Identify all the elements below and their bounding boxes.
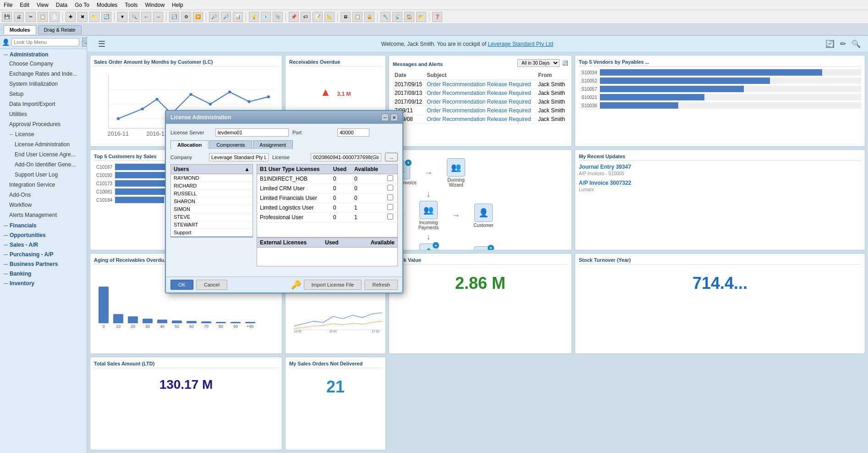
menu-tools[interactable]: Tools bbox=[125, 2, 137, 8]
toolbar-btn-31[interactable]: 🏠 bbox=[404, 12, 414, 22]
toolbar-btn-9[interactable]: 🔄 bbox=[101, 12, 111, 22]
modal-users-scroll-icon[interactable]: ▲ bbox=[244, 166, 250, 172]
lic-type-check[interactable] bbox=[385, 213, 397, 222]
search-button[interactable]: 🔍 bbox=[82, 38, 87, 47]
toolbar-btn-18[interactable]: 📊 bbox=[233, 12, 243, 22]
toolbar-btn-12[interactable]: ← bbox=[141, 12, 151, 22]
toolbar-btn-5[interactable]: 📄 bbox=[49, 12, 60, 22]
sidebar-item-data-import[interactable]: Data Import/Export bbox=[0, 99, 87, 109]
msg-subject[interactable]: Order Recommendation Release Required bbox=[425, 89, 536, 98]
modal-tab-components[interactable]: Components bbox=[209, 140, 252, 149]
sidebar-section-administration[interactable]: — Administration bbox=[0, 49, 87, 59]
sidebar-section-sales[interactable]: — Sales - A/R bbox=[0, 239, 87, 249]
toolbar-btn-26[interactable]: 🖥 bbox=[341, 12, 351, 22]
modal-license-input[interactable] bbox=[311, 153, 381, 161]
menu-view[interactable]: View bbox=[37, 2, 49, 8]
wf-incoming-payments[interactable]: 👥 Incoming Payments bbox=[412, 201, 445, 230]
sidebar-section-opportunities[interactable]: — Opportunities bbox=[0, 230, 87, 239]
toolbar-btn-2[interactable]: 🖨 bbox=[14, 12, 24, 22]
sidebar-section-banking[interactable]: — Banking bbox=[0, 268, 87, 278]
search-header-icon[interactable]: 🔍 bbox=[852, 39, 861, 48]
tab-drag-relate[interactable]: Drag & Relate bbox=[38, 25, 82, 34]
sidebar-section-purchasing[interactable]: — Purchasing - A/P bbox=[0, 249, 87, 259]
menu-help[interactable]: Help bbox=[172, 2, 183, 8]
tab-modules[interactable]: Modules bbox=[4, 25, 36, 34]
users-list-item[interactable]: Support bbox=[171, 229, 253, 237]
wf-customer[interactable]: 👤 Customer bbox=[467, 204, 500, 228]
users-list-item[interactable]: STEWART bbox=[171, 221, 253, 229]
toolbar-btn-17[interactable]: 🔎 bbox=[221, 12, 231, 22]
sidebar-item-setup[interactable]: Setup bbox=[0, 89, 87, 99]
toolbar-btn-20[interactable]: 📧 bbox=[261, 12, 271, 22]
sidebar-item-system-init[interactable]: System Initialization bbox=[0, 79, 87, 89]
modal-cancel-button[interactable]: Cancel bbox=[196, 280, 227, 290]
recent-ap-invoice[interactable]: A/P Invoice 3007322 bbox=[579, 180, 861, 186]
toolbar-btn-13[interactable]: → bbox=[153, 12, 163, 22]
sidebar-item-integration[interactable]: Integration Service bbox=[0, 180, 87, 190]
toolbar-btn-19[interactable]: 💡 bbox=[249, 12, 259, 22]
messages-refresh-icon[interactable]: 🔄 bbox=[562, 61, 568, 66]
toolbar-btn-6[interactable]: ✚ bbox=[66, 12, 76, 22]
users-list-item[interactable]: RAYMOND bbox=[171, 174, 253, 182]
sidebar-item-choose-company[interactable]: Choose Company bbox=[0, 59, 87, 69]
sidebar-item-utilities[interactable]: Utilities bbox=[0, 109, 87, 119]
toolbar-btn-32[interactable]: 📂 bbox=[416, 12, 426, 22]
sidebar-section-financials[interactable]: — Financials bbox=[0, 220, 87, 230]
sidebar-item-license[interactable]: — License bbox=[0, 129, 87, 139]
edit-icon[interactable]: ✏ bbox=[840, 39, 846, 48]
wf-sales-reports[interactable]: 👤 ● Sales Reports bbox=[467, 246, 500, 251]
modal-tab-assignment[interactable]: Assignment bbox=[253, 140, 293, 149]
sidebar-item-addons[interactable]: Add-Ons bbox=[0, 190, 87, 200]
menu-goto[interactable]: Go To bbox=[75, 2, 89, 8]
users-list-item[interactable]: TRENT bbox=[171, 237, 253, 238]
users-list-item[interactable]: SHARON bbox=[171, 198, 253, 205]
modal-close-button[interactable]: ✕ bbox=[390, 114, 398, 121]
toolbar-btn-8[interactable]: 📁 bbox=[89, 12, 99, 22]
modal-company-input[interactable] bbox=[209, 153, 269, 161]
messages-filter-select[interactable]: All in 30 Days bbox=[517, 59, 560, 67]
toolbar-btn-4[interactable]: 📋 bbox=[38, 12, 48, 22]
sidebar-item-exchange-rates[interactable]: Exchange Rates and Inde... bbox=[0, 69, 87, 79]
sidebar-item-alerts[interactable]: Alerts Management bbox=[0, 210, 87, 220]
users-list-item[interactable]: SIMON bbox=[171, 205, 253, 213]
toolbar-btn-1[interactable]: 💾 bbox=[2, 12, 12, 22]
toolbar-btn-22[interactable]: 📌 bbox=[289, 12, 299, 22]
msg-subject[interactable]: Order Recommendation Release Required bbox=[425, 98, 536, 106]
toolbar-btn-23[interactable]: 🏷 bbox=[301, 12, 311, 22]
sidebar-section-business-partners[interactable]: — Business Partners bbox=[0, 259, 87, 268]
wf-dunning-wizard[interactable]: 👥 Dunning Wizard bbox=[440, 158, 472, 188]
refresh-icon[interactable]: 🔄 bbox=[825, 39, 835, 48]
sidebar-item-workflow[interactable]: Workflow bbox=[0, 200, 87, 210]
toolbar-btn-15[interactable]: ⚙ bbox=[181, 12, 191, 22]
toolbar-btn-10[interactable]: ▼ bbox=[117, 12, 127, 22]
toolbar-btn-3[interactable]: ✂ bbox=[26, 12, 36, 22]
wf-ar-credit-memo[interactable]: 💲 ● A/R Credit Memo bbox=[412, 243, 445, 250]
menu-data[interactable]: Data bbox=[56, 2, 67, 8]
toolbar-btn-14[interactable]: 🔃 bbox=[169, 12, 179, 22]
menu-window[interactable]: Window bbox=[145, 2, 165, 8]
msg-subject[interactable]: Order Recommendation Release Required bbox=[425, 115, 536, 124]
lic-type-check[interactable] bbox=[385, 193, 397, 203]
toolbar-btn-21[interactable]: 📎 bbox=[273, 12, 283, 22]
menu-modules[interactable]: Modules bbox=[97, 2, 117, 8]
modal-license-btn[interactable]: ... bbox=[385, 153, 398, 161]
toolbar-btn-27[interactable]: 📋 bbox=[352, 12, 363, 22]
users-list-item[interactable]: RUSSELL bbox=[171, 190, 253, 198]
sidebar-item-addon-identifier[interactable]: Add-On Identifier Gene... bbox=[0, 160, 87, 170]
modal-ok-button[interactable]: OK bbox=[170, 280, 193, 290]
modal-server-input[interactable] bbox=[215, 128, 289, 137]
toolbar-btn-16[interactable]: 🔎 bbox=[209, 12, 219, 22]
toolbar-btn-filter[interactable]: 🔽 bbox=[193, 12, 203, 22]
sidebar-section-inventory[interactable]: — Inventory bbox=[0, 278, 87, 287]
lic-type-check[interactable] bbox=[385, 174, 397, 184]
toolbar-btn-29[interactable]: 🔧 bbox=[380, 12, 390, 22]
users-list-item[interactable]: STEVE bbox=[171, 213, 253, 221]
sidebar-item-end-user-license[interactable]: End User License Agre... bbox=[0, 149, 87, 160]
menu-file[interactable]: File bbox=[4, 2, 12, 8]
toolbar-btn-28[interactable]: 🔒 bbox=[364, 12, 374, 22]
hamburger-menu-icon[interactable]: ☰ bbox=[94, 39, 109, 49]
modal-port-input[interactable] bbox=[337, 128, 369, 137]
company-link[interactable]: Leverage Standard Pty Ltd bbox=[488, 41, 553, 47]
users-list-item[interactable]: RICHARD bbox=[171, 182, 253, 190]
modal-refresh-button[interactable]: Refresh bbox=[364, 280, 398, 290]
